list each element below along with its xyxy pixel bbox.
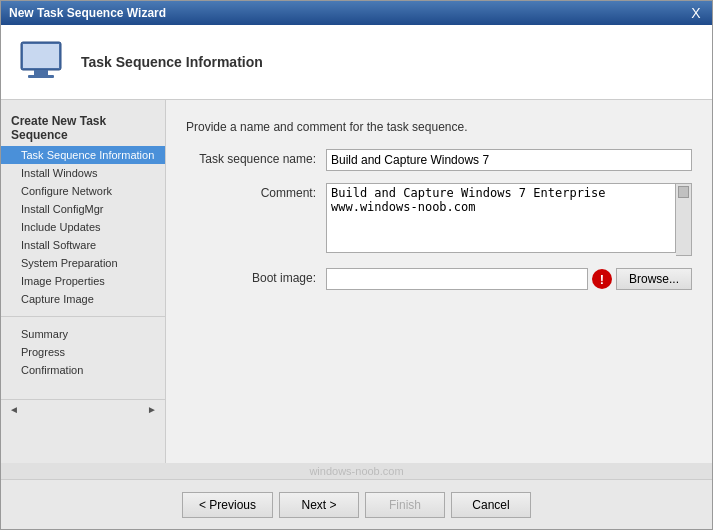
sidebar-scroll-left[interactable]: ◄ [9, 404, 19, 415]
svg-rect-1 [23, 44, 59, 68]
title-bar: New Task Sequence Wizard X [1, 1, 712, 25]
sidebar-scroll-right[interactable]: ► [147, 404, 157, 415]
sidebar-item-system-prep[interactable]: System Preparation [1, 254, 165, 272]
comment-label: Comment: [186, 183, 326, 200]
instruction-text: Provide a name and comment for the task … [186, 120, 692, 134]
watermark-text: windows-noob.com [309, 465, 403, 477]
sidebar-item-include-updates[interactable]: Include Updates [1, 218, 165, 236]
header-title: Task Sequence Information [81, 54, 263, 70]
sidebar: Create New Task Sequence Task Sequence I… [1, 100, 166, 463]
boot-image-control: ! Browse... [326, 268, 692, 290]
error-icon: ! [592, 269, 612, 289]
browse-button[interactable]: Browse... [616, 268, 692, 290]
sidebar-section-title: Create New Task Sequence [1, 110, 165, 146]
previous-button[interactable]: < Previous [182, 492, 273, 518]
boot-image-input[interactable] [326, 268, 588, 290]
next-button[interactable]: Next > [279, 492, 359, 518]
task-sequence-name-row: Task sequence name: [186, 149, 692, 171]
header-banner: Task Sequence Information [1, 25, 712, 100]
sidebar-item-image-properties[interactable]: Image Properties [1, 272, 165, 290]
task-sequence-name-control [326, 149, 692, 171]
wizard-window: New Task Sequence Wizard X Task Sequence… [0, 0, 713, 530]
cancel-button[interactable]: Cancel [451, 492, 531, 518]
window-title: New Task Sequence Wizard [9, 6, 166, 20]
close-button[interactable]: X [688, 5, 704, 21]
comment-row: Comment: Build and Capture Windows 7 Ent… [186, 183, 692, 256]
sidebar-item-capture-image[interactable]: Capture Image [1, 290, 165, 308]
boot-image-input-row: ! Browse... [326, 268, 692, 290]
sidebar-item-progress[interactable]: Progress [1, 343, 165, 361]
sidebar-item-summary[interactable]: Summary [1, 325, 165, 343]
comment-input[interactable]: Build and Capture Windows 7 Enterprise w… [326, 183, 676, 253]
watermark-bar: windows-noob.com [1, 463, 712, 479]
sidebar-item-install-software[interactable]: Install Software [1, 236, 165, 254]
footer-area: windows-noob.com < Previous Next > Finis… [1, 463, 712, 529]
wizard-icon [16, 37, 66, 87]
sidebar-item-install-configmgr[interactable]: Install ConfigMgr [1, 200, 165, 218]
sidebar-item-confirmation[interactable]: Confirmation [1, 361, 165, 379]
main-content: Provide a name and comment for the task … [166, 100, 712, 463]
task-sequence-name-input[interactable] [326, 149, 692, 171]
sidebar-item-install-windows[interactable]: Install Windows [1, 164, 165, 182]
comment-scrollbar[interactable] [676, 183, 692, 256]
finish-button[interactable]: Finish [365, 492, 445, 518]
task-sequence-name-label: Task sequence name: [186, 149, 326, 166]
content-area: Create New Task Sequence Task Sequence I… [1, 100, 712, 463]
bottom-bar: < Previous Next > Finish Cancel [1, 479, 712, 529]
comment-control: Build and Capture Windows 7 Enterprise w… [326, 183, 692, 256]
sidebar-item-configure-network[interactable]: Configure Network [1, 182, 165, 200]
svg-rect-2 [34, 70, 48, 75]
sidebar-item-task-sequence-info[interactable]: Task Sequence Information [1, 146, 165, 164]
sidebar-bottom-section: Summary Progress Confirmation [1, 316, 165, 379]
boot-image-row: Boot image: ! Browse... [186, 268, 692, 290]
svg-rect-3 [28, 75, 54, 78]
boot-image-label: Boot image: [186, 268, 326, 285]
